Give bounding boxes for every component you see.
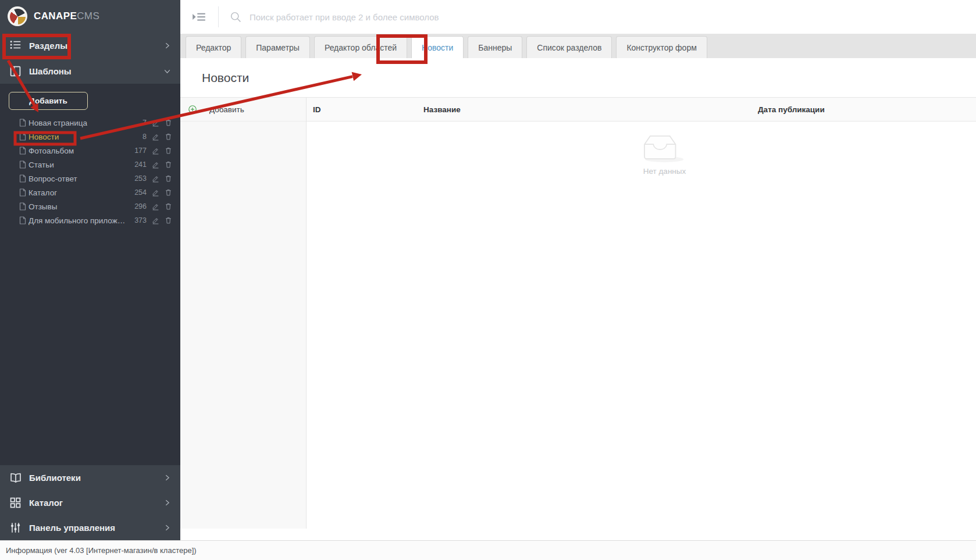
sidebar-item-katalog[interactable]: Каталог [0, 490, 180, 515]
column-header-name[interactable]: Название [417, 105, 751, 114]
sidebar: CANAPECMS Разделы Шаблоны Добавить Новая… [0, 0, 180, 540]
sidebar-item-label: Каталог [29, 498, 63, 508]
layout-columns-icon [10, 66, 21, 77]
brand-logo[interactable]: CANAPECMS [0, 0, 180, 33]
brand-name-bold: CANAPE [34, 10, 77, 22]
column-header-id[interactable]: ID [307, 105, 417, 114]
chevron-right-icon [163, 524, 171, 532]
news-table: ID Название Дата публикации Нет данных [307, 98, 976, 529]
empty-state-text: Нет данных [643, 167, 686, 176]
grid-icon [10, 497, 21, 508]
file-icon [19, 174, 26, 183]
edit-pencil-icon[interactable] [152, 188, 159, 197]
template-item-mobile-app[interactable]: Для мобильного приложе… 373 [0, 213, 180, 227]
brand-name: CANAPECMS [34, 10, 99, 22]
sidebar-item-label: Библиотеки [29, 473, 81, 483]
tab-spisok-razdelov[interactable]: Список разделов [526, 36, 612, 58]
file-icon [19, 133, 26, 141]
tab-parametry[interactable]: Параметры [245, 36, 310, 58]
trash-icon[interactable] [165, 119, 172, 127]
edit-pencil-icon[interactable] [152, 133, 159, 141]
template-label: Фотоальбом [29, 147, 74, 155]
template-item-fotoalbom[interactable]: Фотоальбом 177 [0, 144, 180, 158]
tab-label: Конструктор форм [626, 43, 696, 52]
edit-pencil-icon[interactable] [152, 216, 159, 224]
template-item-novosti[interactable]: Новости 8 [0, 130, 180, 144]
template-id: 177 [134, 147, 147, 155]
status-bar: Информация (ver 4.03 [Интернет-магазин/в… [0, 540, 976, 560]
trash-icon[interactable] [165, 133, 172, 141]
edit-pencil-icon[interactable] [152, 174, 159, 183]
empty-inbox-icon [643, 134, 686, 160]
empty-state: Нет данных [643, 134, 686, 176]
edit-pencil-icon[interactable] [152, 202, 159, 211]
sidebar-item-label: Шаблоны [29, 66, 72, 76]
template-item-novaya-stranica[interactable]: Новая страница 7 [0, 116, 180, 130]
template-label: Статьи [29, 160, 54, 169]
status-text: Информация (ver 4.03 [Интернет-магазин/в… [6, 546, 197, 555]
sidebar-item-label: Разделы [29, 41, 67, 51]
search-input[interactable] [248, 12, 774, 23]
open-book-icon [10, 472, 21, 483]
tab-redaktor-oblastej[interactable]: Редактор областей [314, 36, 407, 58]
global-search [230, 11, 976, 23]
template-label: Отзывы [29, 202, 57, 211]
collapse-menu-icon[interactable] [192, 12, 206, 22]
template-id: 373 [134, 216, 147, 224]
edit-pencil-icon[interactable] [152, 160, 159, 169]
canape-logo-icon [8, 6, 27, 26]
trash-icon[interactable] [165, 174, 172, 183]
chevron-down-icon [163, 67, 171, 75]
tab-novosti[interactable]: Новости [411, 36, 464, 58]
template-item-otzyvy[interactable]: Отзывы 296 [0, 199, 180, 213]
edit-pencil-icon[interactable] [152, 147, 159, 155]
file-icon [19, 188, 26, 197]
tab-label: Параметры [256, 43, 300, 52]
news-left-panel: Добавить [180, 98, 307, 529]
add-news-button[interactable]: Добавить [180, 98, 306, 122]
file-icon [19, 216, 26, 224]
table-body: Нет данных [307, 122, 976, 529]
tab-label: Новости [422, 43, 453, 52]
trash-icon[interactable] [165, 202, 172, 211]
sidebar-item-shablony[interactable]: Шаблоны [0, 58, 180, 84]
chevron-right-icon [163, 474, 171, 481]
column-header-date[interactable]: Дата публикации [751, 105, 976, 114]
template-label: Каталог [29, 188, 57, 197]
trash-icon[interactable] [165, 188, 172, 197]
template-item-katalog[interactable]: Каталог 254 [0, 186, 180, 199]
sidebar-item-biblioteki[interactable]: Библиотеки [0, 465, 180, 490]
add-news-label: Добавить [209, 105, 244, 114]
template-id: 253 [134, 174, 147, 183]
file-icon [19, 202, 26, 211]
main-area: Редактор Параметры Редактор областей Нов… [180, 0, 976, 540]
plus-circle-icon [188, 105, 197, 114]
content-header: Новости [180, 58, 976, 97]
sidebar-bottom-group: Библиотеки Каталог Панель управления [0, 465, 180, 540]
list-icon [10, 40, 21, 51]
table-header-row: ID Название Дата публикации [307, 98, 976, 122]
tab-strip: Редактор Параметры Редактор областей Нов… [180, 34, 976, 58]
trash-icon[interactable] [165, 160, 172, 169]
edit-pencil-icon[interactable] [152, 119, 159, 127]
sidebar-add-template-button[interactable]: Добавить [9, 92, 88, 110]
sidebar-item-panel-upravleniya[interactable]: Панель управления [0, 515, 180, 540]
trash-icon[interactable] [165, 147, 172, 155]
brand-name-light: CMS [77, 10, 99, 22]
template-id: 8 [143, 133, 147, 141]
sidebar-item-label: Панель управления [29, 523, 115, 533]
sidebar-item-razdely[interactable]: Разделы [0, 33, 180, 58]
tab-redaktor[interactable]: Редактор [186, 36, 241, 58]
tab-label: Баннеры [478, 43, 512, 52]
tab-label: Редактор областей [325, 43, 397, 52]
tab-konstruktor-form[interactable]: Конструктор форм [616, 36, 707, 58]
tab-label: Редактор [196, 43, 231, 52]
template-label: Для мобильного приложе… [29, 216, 129, 225]
template-pages-list: Новая страница 7 Новости 8 Фотоальбом 17… [0, 116, 180, 227]
template-item-stati[interactable]: Статьи 241 [0, 158, 180, 172]
template-item-vopros-otvet[interactable]: Вопрос-ответ 253 [0, 172, 180, 186]
tab-bannery[interactable]: Баннеры [468, 36, 522, 58]
trash-icon[interactable] [165, 216, 172, 224]
search-icon[interactable] [230, 11, 242, 23]
chevron-right-icon [163, 499, 171, 507]
